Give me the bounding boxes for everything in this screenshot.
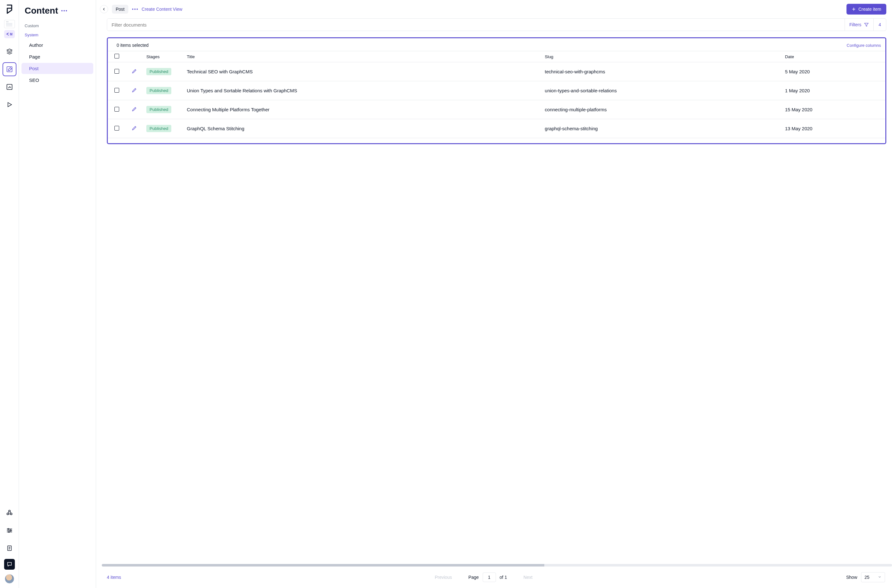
filter-count[interactable]: 4 <box>873 19 886 31</box>
sidebar: Content Custom System Author Page Post S… <box>19 0 96 588</box>
filter-input[interactable] <box>107 19 845 31</box>
user-avatar[interactable] <box>5 574 14 584</box>
project-thumbnail[interactable] <box>4 20 15 28</box>
sidebar-more-icon[interactable] <box>61 10 67 11</box>
filter-bar: Filters 4 <box>107 18 886 31</box>
topbar: Post Create Content View Create item <box>96 0 892 18</box>
sidebar-item-page[interactable]: Page <box>21 51 93 62</box>
row-title: Union Types and Sortable Relations with … <box>184 81 542 100</box>
row-checkbox[interactable] <box>114 88 119 93</box>
table-row[interactable]: Published Connecting Multiple Platforms … <box>108 100 885 119</box>
row-checkbox[interactable] <box>114 107 119 112</box>
pencil-icon[interactable] <box>132 88 137 94</box>
svg-point-3 <box>10 513 12 515</box>
row-slug: graphql-schema-stitching <box>542 119 782 138</box>
row-title: GraphQL Schema Stitching <box>184 119 542 138</box>
nav-rail: M <box>0 0 19 588</box>
table-row[interactable]: Published Technical SEO with GraphCMS te… <box>108 62 885 81</box>
table-row[interactable]: Published GraphQL Schema Stitching graph… <box>108 119 885 138</box>
selection-count: 0 items selected <box>117 43 148 48</box>
table-panel: 0 items selected Configure columns Stage… <box>107 37 886 144</box>
column-checkbox <box>108 51 126 62</box>
svg-point-7 <box>8 531 9 532</box>
row-date: 5 May 2020 <box>782 62 885 81</box>
svg-point-6 <box>10 530 11 531</box>
svg-point-2 <box>7 513 9 515</box>
plus-icon <box>852 7 856 11</box>
row-title: Technical SEO with GraphCMS <box>184 62 542 81</box>
sidebar-section-system: System <box>19 30 96 39</box>
rail-assets-icon[interactable] <box>3 80 16 94</box>
column-stages[interactable]: Stages <box>143 51 184 62</box>
stage-badge: Published <box>146 87 171 94</box>
create-item-label: Create item <box>859 7 881 12</box>
project-thumbnail-label: M <box>10 33 12 36</box>
select-all-checkbox[interactable] <box>114 54 119 58</box>
app-logo[interactable] <box>5 4 13 15</box>
row-slug: technical-seo-with-graphcms <box>542 62 782 81</box>
stage-badge: Published <box>146 125 171 132</box>
project-thumbnail-active[interactable]: M <box>4 30 15 38</box>
page-size-value: 25 <box>865 575 870 580</box>
pagination-footer: 4 items Previous Page 1 of 1 Next Show 2… <box>96 569 892 588</box>
row-checkbox[interactable] <box>114 126 119 130</box>
rail-content-icon[interactable] <box>3 62 16 76</box>
previous-button[interactable]: Previous <box>435 575 452 580</box>
row-date: 15 May 2020 <box>782 100 885 119</box>
sidebar-item-seo[interactable]: SEO <box>21 75 93 86</box>
table-row[interactable]: Published Union Types and Sortable Relat… <box>108 81 885 100</box>
horizontal-scrollbar[interactable] <box>102 564 892 567</box>
page-input[interactable]: 1 <box>483 573 496 582</box>
column-date[interactable]: Date <box>782 51 885 62</box>
item-count: 4 items <box>107 575 121 580</box>
page-size-select[interactable]: 25 <box>861 572 885 582</box>
create-item-button[interactable]: Create item <box>847 4 886 15</box>
svg-rect-0 <box>7 67 12 72</box>
svg-point-5 <box>7 529 9 530</box>
rail-settings-icon[interactable] <box>3 524 16 537</box>
rail-schema-icon[interactable] <box>3 45 16 58</box>
show-label: Show <box>846 575 857 580</box>
row-checkbox[interactable] <box>114 69 119 74</box>
rail-playground-icon[interactable] <box>3 98 16 112</box>
stage-badge: Published <box>146 106 171 113</box>
column-edit <box>126 51 143 62</box>
sidebar-item-post[interactable]: Post <box>21 63 93 74</box>
topbar-more-icon[interactable] <box>132 9 138 10</box>
content-table: Stages Title Slug Date Published Technic… <box>108 51 885 138</box>
column-title[interactable]: Title <box>184 51 542 62</box>
rail-webhooks-icon[interactable] <box>3 506 16 520</box>
pencil-icon[interactable] <box>132 108 137 113</box>
sidebar-section-custom: Custom <box>19 21 96 30</box>
back-button[interactable] <box>100 5 108 13</box>
filter-icon <box>864 22 869 27</box>
pencil-icon[interactable] <box>132 126 137 132</box>
page-title: Content <box>25 6 58 16</box>
pencil-icon[interactable] <box>132 69 137 75</box>
main: Post Create Content View Create item Fil… <box>96 0 892 588</box>
breadcrumb-chip[interactable]: Post <box>112 5 128 14</box>
rail-chat-icon[interactable] <box>4 559 15 570</box>
page-of-label: of 1 <box>500 575 507 580</box>
row-date: 13 May 2020 <box>782 119 885 138</box>
row-slug: connecting-multiple-platforms <box>542 100 782 119</box>
filters-button[interactable]: Filters <box>845 19 873 31</box>
row-title: Connecting Multiple Platforms Together <box>184 100 542 119</box>
filters-label: Filters <box>849 22 861 27</box>
column-slug[interactable]: Slug <box>542 51 782 62</box>
configure-columns-link[interactable]: Configure columns <box>847 43 881 48</box>
rail-docs-icon[interactable] <box>3 541 16 555</box>
chevron-down-icon <box>878 575 882 580</box>
stage-badge: Published <box>146 68 171 75</box>
create-content-view-link[interactable]: Create Content View <box>142 7 182 12</box>
row-slug: union-types-and-sortable-relations <box>542 81 782 100</box>
row-date: 1 May 2020 <box>782 81 885 100</box>
next-button[interactable]: Next <box>523 575 532 580</box>
page-label: Page <box>468 575 479 580</box>
sidebar-item-author[interactable]: Author <box>21 39 93 51</box>
